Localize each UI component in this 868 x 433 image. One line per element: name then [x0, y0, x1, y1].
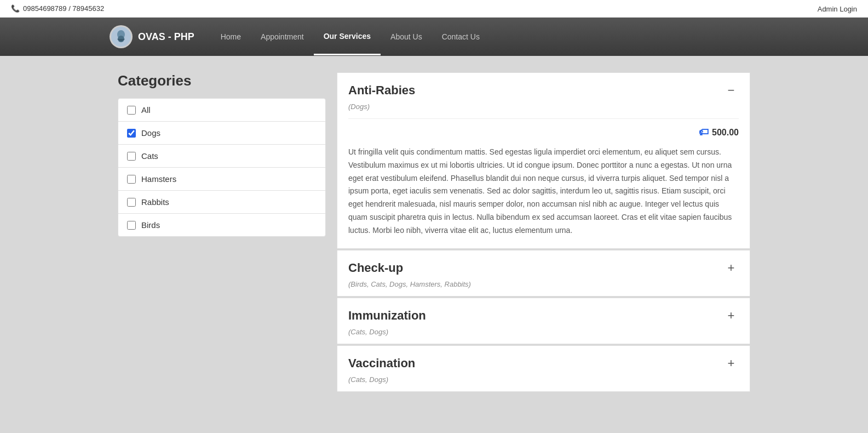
- toggle-btn-vaccination[interactable]: +: [723, 356, 739, 371]
- service-header-check-up[interactable]: Check-up +: [337, 250, 750, 280]
- service-title-vaccination: Vaccination: [348, 356, 415, 371]
- nav-item-appointment[interactable]: Appointment: [251, 19, 314, 54]
- toggle-btn-immunization[interactable]: +: [723, 308, 739, 323]
- brand-name: OVAS - PHP: [138, 31, 194, 43]
- service-header-vaccination[interactable]: Vaccination +: [337, 346, 750, 375]
- admin-login-link[interactable]: Admin Login: [818, 4, 857, 14]
- category-label-hamsters[interactable]: Hamsters: [141, 174, 176, 184]
- category-checkbox-birds[interactable]: [127, 221, 136, 230]
- service-title-immunization: Immunization: [348, 309, 426, 323]
- price-value-anti-rabies: 500.00: [712, 128, 739, 138]
- phone-number: 09854698789 / 78945632: [23, 4, 104, 13]
- admin-login-anchor[interactable]: Admin Login: [818, 5, 857, 13]
- service-price-anti-rabies: 🏷 500.00: [337, 119, 750, 146]
- navbar: OVAS - PHP Home Appointment Our Services…: [0, 18, 868, 56]
- service-subtitle-vaccination: (Cats, Dogs): [337, 375, 750, 391]
- category-item-cats[interactable]: Cats: [118, 145, 325, 168]
- service-header-anti-rabies[interactable]: Anti-Rabies −: [337, 73, 750, 102]
- service-card-check-up: Check-up + (Birds, Cats, Dogs, Hamsters,…: [337, 250, 750, 297]
- phone-icon: 📞: [11, 4, 20, 13]
- nav-link-our-services[interactable]: Our Services: [314, 19, 381, 55]
- navbar-logo: [110, 25, 133, 48]
- service-title-check-up: Check-up: [348, 261, 403, 275]
- nav-list: Home Appointment Our Services About Us C…: [211, 19, 490, 55]
- category-checkbox-dogs[interactable]: [127, 129, 136, 138]
- main-content: Categories All Dogs Cats Hamsters Rabbit…: [0, 56, 868, 433]
- service-card-immunization: Immunization + (Cats, Dogs): [337, 298, 750, 344]
- navbar-brand: OVAS - PHP: [110, 25, 194, 48]
- toggle-btn-anti-rabies[interactable]: −: [723, 83, 739, 98]
- top-bar: 📞 09854698789 / 78945632 Admin Login: [0, 0, 868, 18]
- service-header-immunization[interactable]: Immunization +: [337, 298, 750, 328]
- category-label-rabbits[interactable]: Rabbits: [141, 197, 169, 207]
- category-label-cats[interactable]: Cats: [141, 151, 158, 161]
- service-subtitle-check-up: (Birds, Cats, Dogs, Hamsters, Rabbits): [337, 280, 750, 296]
- categories-title: Categories: [118, 72, 326, 89]
- category-label-dogs[interactable]: Dogs: [141, 128, 160, 138]
- toggle-btn-check-up[interactable]: +: [723, 260, 739, 276]
- category-item-birds[interactable]: Birds: [118, 214, 325, 236]
- category-checkbox-all[interactable]: [127, 106, 136, 115]
- service-card-anti-rabies: Anti-Rabies − (Dogs) 🏷 500.00 Ut fringil…: [337, 72, 750, 249]
- service-subtitle-immunization: (Cats, Dogs): [337, 328, 750, 344]
- category-label-birds[interactable]: Birds: [141, 220, 160, 230]
- nav-link-appointment[interactable]: Appointment: [251, 19, 314, 54]
- nav-item-our-services[interactable]: Our Services: [314, 19, 381, 55]
- nav-link-about-us[interactable]: About Us: [381, 19, 432, 54]
- sidebar: Categories All Dogs Cats Hamsters Rabbit…: [118, 72, 326, 417]
- service-body-anti-rabies: Ut fringilla velit quis condimentum matt…: [337, 146, 750, 248]
- category-item-dogs[interactable]: Dogs: [118, 122, 325, 145]
- nav-link-home[interactable]: Home: [211, 19, 251, 54]
- price-tag-icon: 🏷: [699, 127, 709, 138]
- phone-info: 📞 09854698789 / 78945632: [11, 4, 104, 13]
- nav-link-contact-us[interactable]: Contact Us: [432, 19, 490, 54]
- category-item-rabbits[interactable]: Rabbits: [118, 191, 325, 214]
- category-checkbox-rabbits[interactable]: [127, 198, 136, 207]
- service-subtitle-anti-rabies: (Dogs): [337, 102, 750, 118]
- services-area: Anti-Rabies − (Dogs) 🏷 500.00 Ut fringil…: [337, 72, 750, 417]
- category-item-all[interactable]: All: [118, 99, 325, 122]
- category-label-all[interactable]: All: [141, 105, 151, 115]
- category-item-hamsters[interactable]: Hamsters: [118, 168, 325, 191]
- service-card-vaccination: Vaccination + (Cats, Dogs): [337, 345, 750, 392]
- category-list: All Dogs Cats Hamsters Rabbits Birds: [118, 98, 326, 237]
- nav-item-about-us[interactable]: About Us: [381, 19, 432, 54]
- nav-item-contact-us[interactable]: Contact Us: [432, 19, 490, 54]
- category-checkbox-hamsters[interactable]: [127, 175, 136, 184]
- category-checkbox-cats[interactable]: [127, 152, 136, 161]
- service-title-anti-rabies: Anti-Rabies: [348, 83, 415, 98]
- service-description-anti-rabies: Ut fringilla velit quis condimentum matt…: [348, 146, 739, 237]
- nav-item-home[interactable]: Home: [211, 19, 251, 54]
